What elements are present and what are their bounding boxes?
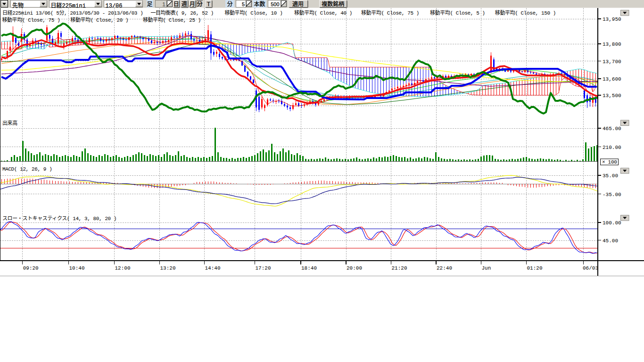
svg-text:13,600: 13,600 (603, 74, 621, 82)
svg-text:移動平均( Close, 25 ): 移動平均( Close, 25 ) (143, 16, 201, 23)
svg-text:13,950: 13,950 (603, 15, 621, 22)
svg-text:17:20: 17:20 (256, 263, 271, 271)
svg-text:Jun: Jun (482, 263, 491, 271)
svg-text:移動平均( Close, 10 ): 移動平均( Close, 10 ) (224, 8, 282, 16)
svg-text:× 100: × 100 (602, 157, 617, 165)
svg-text:12:00: 12:00 (115, 263, 131, 271)
svg-text:465.00: 465.00 (603, 124, 621, 132)
svg-text:13:20: 13:20 (160, 263, 176, 271)
svg-text:-35.00: -35.00 (603, 190, 621, 197)
svg-text:出来高: 出来高 (2, 119, 17, 126)
svg-text:210.00: 210.00 (603, 143, 621, 150)
svg-text:移動平均( Close, 75 ): 移動平均( Close, 75 ) (2, 16, 60, 23)
svg-text:06/03: 06/03 (583, 263, 598, 271)
svg-text:スロー・ストキャスティクス( 14, 3, 80, 20 ): スロー・ストキャスティクス( 14, 3, 80, 20 ) (2, 214, 116, 222)
svg-text:20:00: 20:00 (347, 263, 362, 271)
svg-text:13,700: 13,700 (603, 57, 621, 65)
svg-text:移動平均( Close, 40 ): 移動平均( Close, 40 ) (294, 8, 352, 16)
svg-text:100.00: 100.00 (603, 218, 621, 226)
svg-text:21:20: 21:20 (392, 263, 407, 271)
svg-text:移動平均( Close, 5 ): 移動平均( Close, 5 ) (430, 8, 485, 16)
svg-text:14:40: 14:40 (205, 263, 221, 271)
svg-text:移動平均( Close, 150 ): 移動平均( Close, 150 ) (495, 8, 556, 16)
svg-text:01:20: 01:20 (527, 263, 543, 271)
svg-text:10:40: 10:40 (69, 263, 85, 271)
svg-text:MACD( 12, 26, 9 ): MACD( 12, 26, 9 ) (2, 165, 52, 172)
svg-text:日経225mini 13/06( 5分, 2013/05/3: 日経225mini 13/06( 5分, 2013/05/30 - 2013/0… (2, 8, 143, 16)
svg-text:13,500: 13,500 (603, 91, 621, 99)
svg-text:移動平均( Close, 20 ): 移動平均( Close, 20 ) (70, 16, 128, 23)
svg-text:13,800: 13,800 (603, 40, 621, 47)
svg-text:22:40: 22:40 (437, 263, 452, 271)
svg-text:09:20: 09:20 (23, 263, 39, 271)
svg-text:18:40: 18:40 (301, 263, 317, 271)
svg-text:移動平均( Close, 75 ): 移動平均( Close, 75 ) (361, 8, 419, 16)
svg-text:35.00: 35.00 (603, 171, 618, 179)
svg-text:45.00: 45.00 (603, 236, 618, 244)
svg-text:一目均衡表( 9, 26, 52 ): 一目均衡表( 9, 26, 52 ) (150, 8, 214, 16)
